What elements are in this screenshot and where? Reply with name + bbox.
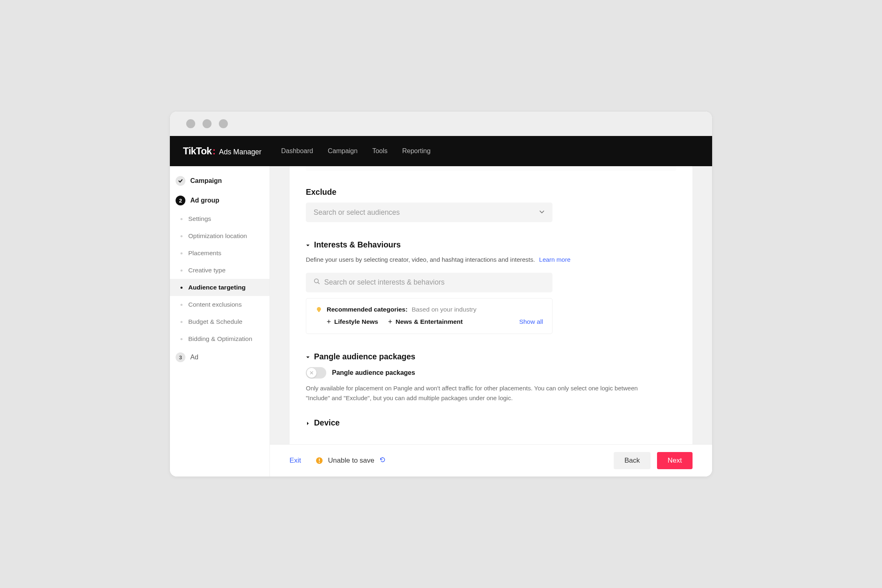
content-wrap: Exclude Search or select audiences Inter…	[270, 166, 712, 477]
sidebar-item-label: Budget & Schedule	[188, 318, 243, 325]
sidebar-step-label: Ad	[190, 354, 198, 361]
footer-bar: Exit Unable to save Back Next	[270, 444, 712, 477]
recommended-categories-box: Recommended categories: Based on your in…	[306, 298, 552, 334]
sidebar-step-campaign[interactable]: Campaign	[170, 171, 270, 191]
pangle-toggle[interactable]	[306, 367, 326, 379]
check-icon	[176, 176, 185, 186]
interests-section: Interests & Behaviours Define your users…	[290, 240, 693, 352]
refresh-button[interactable]	[379, 457, 386, 465]
toggle-label: Pangle audience packages	[332, 369, 415, 376]
bullet-icon	[180, 270, 183, 272]
bullet-icon	[180, 304, 183, 306]
warning-icon	[316, 457, 323, 464]
svg-point-8	[319, 462, 320, 463]
chip-label: Lifestyle News	[334, 318, 379, 325]
section-description: Define your users by selecting creator, …	[306, 255, 676, 265]
bullet-icon	[180, 338, 183, 340]
sidebar-item-creative-type[interactable]: Creative type	[170, 262, 270, 279]
app-header: TikTok : Ads Manager Dashboard Campaign …	[170, 136, 712, 166]
svg-point-2	[317, 307, 321, 311]
back-button[interactable]: Back	[614, 452, 650, 469]
sidebar-item-label: Settings	[188, 215, 211, 223]
plus-icon: +	[388, 318, 392, 325]
sidebar-step-label: Ad group	[190, 197, 219, 204]
interests-search-input[interactable]: Search or select interests & behaviors	[306, 273, 552, 292]
svg-point-0	[314, 279, 318, 283]
add-category-news-entertainment[interactable]: +News & Entertainment	[388, 318, 463, 325]
logo-colon: :	[212, 145, 216, 157]
nav-tools[interactable]: Tools	[372, 147, 388, 155]
toggle-knob	[307, 368, 316, 378]
bullet-icon	[180, 252, 183, 254]
sidebar-item-label: Content exclusions	[188, 301, 242, 308]
sidebar-step-adgroup[interactable]: 2 Ad group	[170, 191, 270, 210]
content-scroll[interactable]: Exclude Search or select audiences Inter…	[270, 166, 712, 444]
exclude-section: Exclude Search or select audiences	[290, 187, 693, 240]
traffic-maximize-icon[interactable]	[219, 119, 228, 128]
logo-text: TikTok	[183, 145, 212, 157]
caret-right-icon	[306, 418, 310, 428]
bullet-icon	[180, 235, 183, 237]
nav-dashboard[interactable]: Dashboard	[281, 147, 313, 155]
learn-more-link[interactable]: Learn more	[539, 256, 570, 263]
lightbulb-icon	[315, 306, 323, 313]
chip-label: News & Entertainment	[396, 318, 463, 325]
rec-chips: +Lifestyle News +News & Entertainment	[315, 318, 463, 325]
sidebar-sublist: Settings Optimization location Placement…	[170, 210, 270, 347]
select-placeholder: Search or select audiences	[314, 208, 400, 217]
section-heading-interests[interactable]: Interests & Behaviours	[306, 240, 676, 249]
traffic-minimize-icon[interactable]	[203, 119, 212, 128]
sidebar-item-label: Bidding & Optimization	[188, 335, 252, 343]
sidebar-item-bidding-optimization[interactable]: Bidding & Optimization	[170, 330, 270, 347]
sidebar-item-label: Audience targeting	[188, 284, 245, 291]
sidebar: Campaign 2 Ad group Settings Optimizatio…	[170, 166, 270, 477]
svg-rect-7	[319, 459, 320, 461]
bullet-icon	[180, 321, 183, 323]
traffic-close-icon[interactable]	[186, 119, 195, 128]
logo-product: Ads Manager	[219, 148, 261, 156]
pangle-toggle-row: Pangle audience packages	[306, 367, 676, 379]
sidebar-item-placements[interactable]: Placements	[170, 245, 270, 262]
nav-reporting[interactable]: Reporting	[402, 147, 430, 155]
caret-down-icon	[306, 352, 310, 361]
sidebar-item-label: Placements	[188, 249, 221, 257]
status-text: Unable to save	[328, 457, 374, 465]
bullet-icon	[180, 287, 183, 289]
step-number-icon: 2	[176, 196, 185, 205]
next-button[interactable]: Next	[657, 452, 693, 469]
show-all-link[interactable]: Show all	[519, 318, 543, 325]
footer-right: Back Next	[614, 452, 693, 469]
nav-campaign[interactable]: Campaign	[328, 147, 358, 155]
section-heading-device[interactable]: Device	[306, 418, 676, 428]
plus-icon: +	[327, 318, 331, 325]
add-category-lifestyle-news[interactable]: +Lifestyle News	[327, 318, 378, 325]
exit-link[interactable]: Exit	[290, 457, 301, 465]
titlebar	[170, 111, 712, 136]
logo[interactable]: TikTok : Ads Manager	[183, 145, 261, 157]
sidebar-item-content-exclusions[interactable]: Content exclusions	[170, 296, 270, 313]
bullet-icon	[180, 218, 183, 220]
browser-window: TikTok : Ads Manager Dashboard Campaign …	[169, 111, 713, 477]
footer-left: Exit Unable to save	[290, 457, 386, 465]
sidebar-item-audience-targeting[interactable]: Audience targeting	[170, 279, 270, 296]
exclude-audience-select[interactable]: Search or select audiences	[306, 203, 552, 222]
rec-header: Recommended categories: Based on your in…	[315, 306, 543, 313]
sidebar-item-optimization-location[interactable]: Optimization location	[170, 227, 270, 245]
header-nav: Dashboard Campaign Tools Reporting	[281, 147, 430, 155]
pangle-section: Pangle audience packages Pangle audience…	[290, 352, 693, 419]
rec-subtitle: Based on your industry	[412, 306, 477, 313]
section-heading-pangle[interactable]: Pangle audience packages	[306, 352, 676, 361]
section-heading-exclude: Exclude	[306, 187, 676, 197]
sidebar-item-budget-schedule[interactable]: Budget & Schedule	[170, 313, 270, 330]
sidebar-item-label: Creative type	[188, 267, 225, 274]
sidebar-item-settings[interactable]: Settings	[170, 210, 270, 227]
rec-title: Recommended categories:	[327, 306, 408, 313]
sidebar-step-label: Campaign	[190, 177, 222, 185]
device-section: Device	[290, 418, 693, 428]
chevron-down-icon	[539, 208, 545, 217]
sidebar-step-ad[interactable]: 3 Ad	[170, 347, 270, 367]
section-title: Pangle audience packages	[314, 352, 415, 361]
save-status: Unable to save	[316, 457, 385, 465]
rec-row: +Lifestyle News +News & Entertainment Sh…	[315, 318, 543, 325]
desc-text: Define your users by selecting creator, …	[306, 256, 535, 263]
